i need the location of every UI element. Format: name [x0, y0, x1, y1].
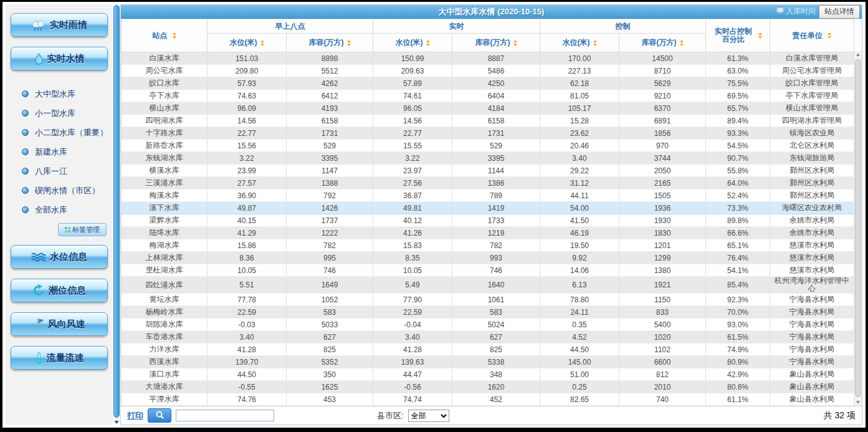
tag-manage-button[interactable]: 标签管理 [58, 223, 107, 236]
cell-realtime-level: 14.56 [373, 115, 452, 127]
cell-station: 皎口水库 [122, 77, 207, 90]
table-row[interactable]: 横溪水库23.99114723.97114429.22205055.8%鄞州区水… [122, 165, 854, 177]
table-row[interactable]: 黄坛水库77.78105277.90106178.80115092.3%宁海县水… [122, 294, 854, 306]
storage-time-toggle[interactable]: 入库时间 [776, 6, 816, 17]
table-row[interactable]: 车岙港水库3.406273.406274.52102061.5%宁海县水利局 [122, 331, 854, 343]
table-row[interactable]: 西溪水库139.705352139.635338145.00660080.9%宁… [122, 356, 854, 368]
cell-control-storage: 1856 [619, 127, 706, 140]
cell-morning-level: -0.03 [207, 319, 287, 331]
cell-control-storage: 1201 [619, 239, 706, 252]
table-row[interactable]: 平潭水库74.7645374.7445282.6574061.1%象山县水利局 [122, 393, 854, 406]
sidebar-button-rain[interactable]: 实时雨情 [11, 13, 108, 37]
print-link[interactable]: 打印 [127, 410, 143, 421]
sidebar-item[interactable]: 小二型水库（重要） [6, 123, 113, 142]
column-header-unit[interactable]: 责任单位 [770, 19, 854, 52]
cell-station: 梅湖水库 [122, 239, 207, 252]
table-row[interactable]: 三溪浦水库27.57138827.56138631.12216564.0%鄞州区… [122, 177, 854, 190]
county-filter-select[interactable]: 全部 [408, 410, 449, 422]
table-row[interactable]: 十字路水库22.77173122.77173123.62185693.3%镇海区… [122, 127, 854, 140]
cell-station: 西溪水库 [122, 356, 207, 368]
column-header-control-level[interactable]: 水位(米) [540, 34, 619, 52]
thermometer-icon [35, 352, 43, 364]
column-header-station[interactable]: 站点 [122, 19, 207, 52]
table-row[interactable]: 里杜湖水库10.0574610.0574614.06138054.1%慈溪市水利… [122, 264, 854, 277]
cell-control-level: 15.28 [540, 115, 619, 127]
table-scrollbar[interactable] [854, 51, 862, 406]
sidebar-button-wind[interactable]: 风向风速 [11, 312, 108, 336]
scroll-down-arrow-icon[interactable] [856, 401, 860, 404]
cell-morning-storage: 3395 [287, 152, 373, 165]
table-row[interactable]: 皎口水库57.93426257.89425062.18562975.5%皎口水库… [122, 77, 854, 90]
cell-morning-storage: 1147 [287, 165, 373, 177]
table-row[interactable]: 四明湖水库14.56615814.56615815.28689189.4%四明湖… [122, 115, 854, 127]
column-header-label: 库容(万方) [642, 38, 677, 47]
table-row[interactable]: 四灶浦水库5.5116495.4916406.13192185.4%杭州湾海洋水… [122, 277, 854, 294]
sidebar-item[interactable]: 大中型水库 [6, 84, 113, 103]
cell-control-level: 54.00 [540, 202, 619, 214]
table-row[interactable]: 梁辉水库40.15173740.12173341.50193089.8%余姚市水… [122, 214, 854, 227]
cell-station: 东钱湖水库 [122, 152, 207, 165]
cell-control-level: 20.46 [540, 140, 619, 152]
column-header-label: 实时占控制百分比 [713, 27, 753, 44]
search-button[interactable] [148, 408, 171, 423]
cell-unit: 皎口水库管理局 [770, 77, 854, 90]
sidebar-button-flow[interactable]: 流量流速 [11, 346, 108, 370]
column-header-control-storage[interactable]: 库容(万方) [619, 34, 706, 52]
sidebar-item[interactable]: 碶闸水情（市区） [6, 181, 113, 200]
table-row[interactable]: 杨梅岭水库22.5958322.5958324.1183370.0%宁海县水利局 [122, 306, 854, 319]
column-header-morning-storage[interactable]: 库容(万方) [287, 34, 373, 52]
column-header-morning-level[interactable]: 水位(米) [207, 34, 287, 52]
cell-realtime-level: 3.22 [373, 152, 452, 165]
table-row[interactable]: 陆埠水库41.29122241.26121946.19183066.6%余姚市水… [122, 227, 854, 239]
table-row[interactable]: 溪下水库49.87142649.81141954.00193673.3%海曙区农… [122, 202, 854, 214]
cell-morning-level: 36.90 [207, 190, 287, 202]
table-scrollbar-thumb[interactable] [855, 59, 861, 397]
cell-unit: 北仑区水利局 [770, 140, 854, 152]
cell-realtime-storage: 627 [452, 331, 540, 343]
cell-percent: 34.5% [706, 406, 770, 406]
sidebar-scrollbar-thumb[interactable] [113, 5, 120, 418]
cell-realtime-level: 27.56 [373, 177, 452, 190]
column-group-realtime: 实时 [373, 19, 540, 34]
sidebar-item[interactable]: 小一型水库 [6, 103, 113, 123]
table-row[interactable]: 新路岙水库15.5652915.5552920.4697054.5%北仑区水利局 [122, 140, 854, 152]
table-row[interactable]: 大塘港水库-0.551625-0.5616200.25201080.6%象山县水… [122, 381, 854, 393]
scroll-down-arrow-icon[interactable] [114, 421, 119, 424]
cell-morning-storage: 1625 [287, 381, 373, 393]
scroll-up-arrow-icon[interactable] [856, 53, 860, 56]
bullet-icon [22, 187, 29, 194]
sidebar-item[interactable]: 新建水库 [6, 142, 113, 161]
sidebar-button-waterlevel[interactable]: 水位信息 [11, 245, 108, 269]
cell-percent: 61.3% [706, 52, 770, 65]
sidebar-item[interactable]: 八库一江 [6, 161, 113, 181]
table-row[interactable]: 胡陈港水库-0.035033-0.0450240.35540093.0%宁海县水… [122, 319, 854, 331]
sidebar-button-water[interactable]: 实时水情 [11, 47, 108, 70]
main-panel: 大中型水库水情 (2020-10-15) 入库时间 站点详情 [120, 4, 862, 425]
table-row[interactable]: 亭下水库74.63641274.61640481.05921069.5%亭下水库… [122, 90, 854, 102]
table-row[interactable]: 白溪水库151.038898150.998887170.001450061.3%… [122, 52, 854, 65]
table-row[interactable]: 周公宅水库209.805512209.635486227.13871063.0%… [122, 65, 854, 77]
sidebar-scrollbar[interactable] [113, 4, 120, 425]
cell-morning-storage: 6158 [287, 115, 373, 127]
sidebar-button-label: 风向风速 [48, 319, 85, 330]
table-row[interactable]: 横山水库96.09419396.054184105.17637065.7%横山水… [122, 102, 854, 115]
table-row[interactable]: 梅溪水库36.9079236.8778944.11150552.4%鄞州区水利局 [122, 190, 854, 202]
cell-unit: 慈溪市水利局 [770, 252, 854, 264]
sidebar-item[interactable]: 全部水库 [6, 200, 113, 219]
table-row[interactable]: 上林湖水库8.369958.359939.92129976.4%慈溪市水利局 [122, 252, 854, 264]
cell-control-level: 62.18 [540, 77, 619, 90]
cell-morning-level: 15.86 [207, 239, 287, 252]
search-input[interactable] [176, 410, 274, 421]
cell-realtime-storage: 1144 [452, 165, 540, 177]
table-row[interactable]: 东钱湖水库3.2233953.2233953.40374490.7%东钱湖旅游局 [122, 152, 854, 165]
table-row[interactable]: 隔溪张水库95.7430095.74300102.9387034.5%象山县水利… [122, 406, 854, 406]
column-header-realtime-storage[interactable]: 库容(万方) [452, 34, 540, 52]
column-header-percent[interactable]: 实时占控制百分比 [706, 19, 770, 52]
column-group-morning: 早上八点 [207, 19, 373, 34]
table-row[interactable]: 力洋水库41.2882541.2882544.50110274.9%宁海县水利局 [122, 343, 854, 356]
station-detail-button[interactable]: 站点详情 [819, 5, 860, 19]
sidebar-button-tide[interactable]: 潮位信息 [11, 279, 108, 302]
table-row[interactable]: 溪口水库44.5035044.4734851.0081242.9%象山县水利局 [122, 368, 854, 381]
column-header-realtime-level[interactable]: 水位(米) [373, 34, 452, 52]
table-row[interactable]: 梅湖水库15.8678215.8378219.50120165.1%慈溪市水利局 [122, 239, 854, 252]
